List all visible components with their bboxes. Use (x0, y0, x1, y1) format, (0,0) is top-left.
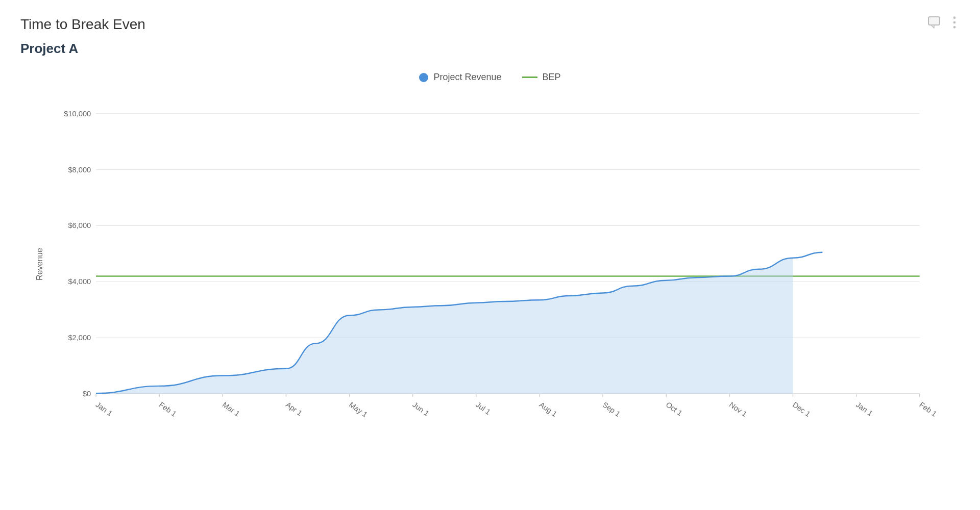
widget-actions (927, 15, 960, 33)
legend-revenue-dot (419, 73, 428, 82)
svg-text:Jun 1: Jun 1 (411, 400, 431, 418)
svg-text:$0: $0 (83, 390, 91, 398)
svg-text:$2,000: $2,000 (68, 334, 91, 342)
svg-text:$6,000: $6,000 (68, 221, 91, 230)
svg-text:Apr 1: Apr 1 (284, 400, 304, 417)
svg-text:Feb 1: Feb 1 (158, 400, 178, 418)
comment-button[interactable] (927, 15, 941, 33)
legend-bep-label: BEP (543, 72, 561, 83)
widget-container: Time to Break Even Project A Project Rev… (0, 0, 980, 510)
svg-point-2 (953, 16, 956, 19)
chart-area: Revenue $0$2,000$4,000$6,000$8,000$10,00… (20, 91, 960, 438)
y-axis-label: Revenue (35, 248, 44, 280)
svg-text:Sep 1: Sep 1 (601, 400, 622, 418)
svg-text:Feb 1: Feb 1 (918, 400, 938, 418)
svg-text:Jan 1: Jan 1 (854, 400, 874, 418)
svg-text:Dec 1: Dec 1 (791, 400, 812, 418)
svg-text:May 1: May 1 (348, 400, 369, 419)
svg-marker-1 (931, 25, 934, 28)
more-options-button[interactable] (949, 15, 960, 33)
svg-text:Jan 1: Jan 1 (94, 400, 114, 418)
legend-bep: BEP (522, 72, 561, 83)
widget-title: Time to Break Even (20, 16, 960, 33)
svg-point-4 (953, 26, 956, 29)
svg-text:Jul 1: Jul 1 (474, 400, 492, 416)
svg-point-3 (953, 21, 956, 24)
svg-text:$4,000: $4,000 (68, 277, 91, 286)
chart-svg: $0$2,000$4,000$6,000$8,000$10,000Jan 1Fe… (51, 91, 960, 438)
svg-text:$8,000: $8,000 (68, 166, 91, 174)
svg-text:Oct 1: Oct 1 (665, 400, 684, 417)
svg-rect-0 (928, 17, 940, 25)
chart-legend: Project Revenue BEP (20, 72, 960, 83)
project-label: Project A (20, 41, 960, 57)
legend-bep-line (522, 76, 537, 78)
legend-revenue-label: Project Revenue (433, 72, 501, 83)
svg-text:Nov 1: Nov 1 (728, 400, 749, 418)
svg-text:$10,000: $10,000 (64, 110, 91, 118)
legend-revenue: Project Revenue (419, 72, 501, 83)
svg-text:Aug 1: Aug 1 (537, 400, 558, 418)
svg-text:Mar 1: Mar 1 (221, 400, 241, 418)
